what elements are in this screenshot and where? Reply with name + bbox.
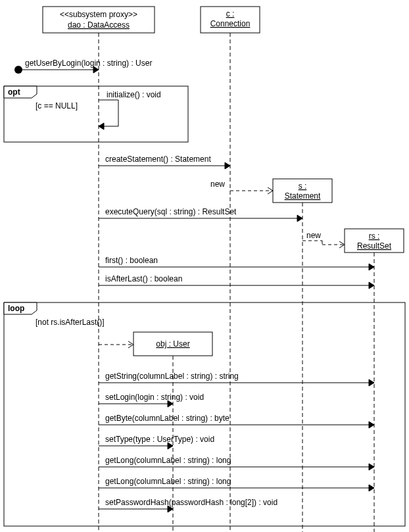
svg-marker-20 — [369, 485, 374, 491]
message-label-3: new — [210, 180, 225, 189]
svg-marker-2 — [225, 162, 230, 169]
svg-marker-5 — [297, 215, 302, 222]
svg-marker-17 — [369, 422, 374, 428]
loop-guard: [not rs.isAfterLast()] — [36, 318, 105, 327]
opt-label: opt — [8, 87, 20, 97]
self-message-1 — [99, 100, 118, 126]
message-label-0: getUserByLogin(login : string) : User — [25, 59, 152, 68]
lifeline-label-s: s : — [299, 181, 307, 191]
opt-guard: [c == NULL] — [36, 101, 78, 110]
svg-marker-11 — [369, 264, 374, 270]
message-label-7: isAfterLast() : boolean — [105, 274, 182, 283]
message-label-13: getLong(columnLabel : string) : long — [105, 456, 231, 465]
message-label-14: getLong(columnLabel : string) : long — [105, 477, 231, 486]
loop-label: loop — [8, 304, 24, 313]
message-label-10: setLogin(login : string) : void — [105, 393, 204, 402]
lifeline-label-dao: dao : DataAccess — [68, 20, 130, 30]
svg-marker-19 — [369, 464, 374, 470]
message-label-5: new — [306, 231, 321, 240]
message-label-6: first() : boolean — [105, 256, 158, 265]
lifeline-label2-rs: ResultSet — [357, 241, 392, 251]
svg-marker-12 — [369, 282, 374, 289]
message-label-9: getString(columnLabel : string) : string — [105, 372, 239, 381]
lifeline-label2-s: Statement — [285, 191, 321, 201]
message-label-11: getByte(columnLabel : string) : byte — [105, 414, 229, 423]
message-label-4: executeQuery(sql : string) : ResultSet — [105, 207, 237, 216]
svg-line-13 — [128, 341, 133, 345]
svg-line-10 — [339, 245, 345, 248]
lifeline-label-obj: obj : User — [156, 339, 189, 349]
message-label-12: setType(type : UserType) : void — [105, 435, 214, 444]
svg-marker-15 — [369, 379, 374, 386]
svg-line-9 — [339, 241, 345, 245]
svg-marker-1 — [99, 123, 104, 130]
stereotype-dao: <<subsystem proxy>> — [60, 10, 137, 19]
svg-line-4 — [268, 191, 273, 194]
lifeline-label-c: c : — [226, 9, 235, 18]
message-label-15: setPasswordHash(passwordHash : long[2]) … — [105, 498, 277, 507]
svg-line-3 — [268, 187, 273, 191]
lifeline-label2-c: Connection — [210, 19, 251, 28]
message-label-2: createStatement() : Statement — [105, 155, 211, 164]
svg-line-14 — [128, 345, 133, 348]
message-label-1: initialize() : void — [107, 90, 161, 99]
lifeline-label-rs: rs : — [369, 231, 380, 241]
